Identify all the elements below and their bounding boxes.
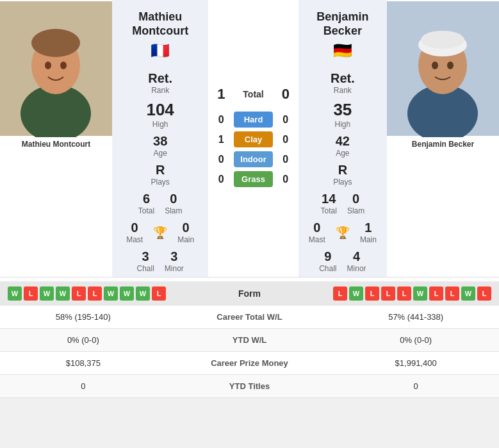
grass-button[interactable]: Grass [234, 171, 272, 187]
form-badge-left: W [136, 286, 150, 301]
surface-row-hard: 0 Hard 0 [208, 112, 298, 128]
clay-right-score: 0 [273, 134, 299, 145]
left-rank-label: Rank [151, 86, 169, 95]
form-badge-left: L [24, 286, 38, 301]
right-chall-label: Chall [319, 264, 336, 273]
stats-right-val: 0% (0-0) [332, 329, 499, 352]
form-badge-right: L [381, 286, 395, 301]
grass-right-score: 0 [273, 174, 299, 185]
left-trophy-icon-container: 🏆 [153, 220, 167, 244]
left-chall-label: Chall [136, 264, 154, 273]
svg-point-3 [31, 29, 80, 57]
right-minor-label: Minor [347, 264, 366, 273]
left-total-label: Total [138, 206, 154, 215]
left-player-header: Mathieu Montcourt 🇫🇷 [119, 4, 202, 66]
right-plays: R Plays [333, 163, 352, 187]
form-badge-left: W [56, 286, 70, 301]
right-minor: 4 Minor [347, 249, 366, 273]
form-badge-right: L [333, 286, 347, 301]
left-flag: 🇫🇷 [151, 42, 170, 60]
left-minor: 3 Minor [165, 249, 184, 273]
left-minor-label: Minor [165, 264, 184, 273]
left-player-photo-block: Mathieu Montcourt [0, 0, 112, 277]
right-trophy-icon-container: 🏆 [336, 220, 350, 244]
form-badge-left: W [8, 286, 22, 301]
right-form-badges: LWLLLWLLWL [275, 286, 492, 301]
right-age-value: 42 [336, 134, 350, 149]
stats-label: YTD Titles [167, 375, 333, 398]
stats-right-val: $1,991,400 [332, 352, 499, 375]
grass-left-score: 0 [208, 174, 234, 185]
total-label: Total [234, 89, 272, 99]
right-high-value: 35 [333, 100, 352, 120]
right-player-name: Benjamin Becker [305, 10, 380, 38]
surface-row-grass: 0 Grass 0 [208, 171, 298, 187]
indoor-button[interactable]: Indoor [234, 151, 272, 167]
total-right-score: 0 [273, 86, 299, 103]
stats-row: 58% (195-140) Career Total W/L 57% (441-… [0, 306, 499, 329]
stats-left-val: $108,375 [0, 352, 167, 375]
right-photo [387, 0, 499, 137]
left-mast-label: Mast [126, 235, 143, 244]
right-chall-minor: 9 Chall 4 Minor [319, 249, 366, 273]
right-main-label: Main [360, 235, 377, 244]
right-trophy-icon: 🏆 [336, 226, 350, 240]
left-high: 104 High [146, 100, 174, 129]
left-player-name: Mathieu Montcourt [119, 10, 202, 38]
right-high: 35 High [333, 100, 352, 129]
right-rank-value: Ret. [331, 71, 355, 86]
right-chall: 9 Chall [319, 249, 336, 273]
left-slam-label: Slam [165, 206, 182, 215]
right-plays-value: R [338, 163, 347, 178]
form-badge-right: L [445, 286, 459, 301]
svg-point-11 [432, 62, 438, 69]
indoor-left-score: 0 [208, 154, 234, 165]
right-age: 42 Age [336, 134, 350, 158]
right-chall-value: 9 [324, 249, 331, 264]
left-trophy-icon: 🏆 [153, 226, 167, 240]
stats-label: Career Prize Money [167, 352, 333, 375]
form-badge-right: L [397, 286, 411, 301]
hard-button[interactable]: Hard [234, 112, 272, 128]
hard-left-score: 0 [208, 114, 234, 126]
clay-button[interactable]: Clay [234, 131, 272, 147]
total-row: 1 Total 0 [208, 86, 298, 103]
left-mast-value: 0 [131, 220, 138, 235]
form-section: WLWWLLWWWL Form LWLLLWLLWL [0, 281, 499, 306]
form-badge-left: W [104, 286, 118, 301]
left-age-value: 38 [153, 134, 167, 149]
svg-point-10 [421, 31, 464, 49]
svg-point-4 [45, 62, 51, 69]
stats-label: Career Total W/L [167, 306, 333, 329]
stats-table: 58% (195-140) Career Total W/L 57% (441-… [0, 306, 499, 398]
right-mast: 0 Mast [309, 220, 325, 244]
right-total-label: Total [321, 206, 337, 215]
surface-row-indoor: 0 Indoor 0 [208, 151, 298, 167]
form-badge-left: L [88, 286, 102, 301]
left-photo [0, 0, 112, 137]
stats-label: YTD W/L [167, 329, 333, 352]
top-area: Mathieu Montcourt Mathieu Montcourt 🇫🇷 R… [0, 0, 499, 278]
clay-left-score: 1 [208, 134, 234, 145]
left-main: 0 Main [177, 220, 194, 244]
left-total: 6 Total [138, 192, 154, 215]
right-slam-label: Slam [347, 206, 364, 215]
right-minor-value: 4 [353, 249, 360, 264]
right-rank: Ret. Rank [331, 71, 355, 95]
stats-right-val: 57% (441-338) [332, 306, 499, 329]
stats-right-val: 0 [332, 375, 499, 398]
stats-row: 0% (0-0) YTD W/L 0% (0-0) [0, 329, 499, 352]
form-badge-left: L [152, 286, 166, 301]
svg-point-5 [60, 62, 67, 69]
center-scores: 1 Total 0 0 Hard 0 1 Clay 0 0 Indo [208, 0, 298, 277]
left-mast-main: 0 Mast 🏆 0 Main [126, 220, 194, 244]
indoor-right-score: 0 [273, 154, 299, 165]
right-main: 1 Main [360, 220, 377, 244]
stats-left-val: 0 [0, 375, 167, 398]
left-slam: 0 Slam [165, 192, 182, 215]
stats-row: $108,375 Career Prize Money $1,991,400 [0, 352, 499, 375]
form-badge-right: W [349, 286, 363, 301]
form-badge-right: L [477, 286, 491, 301]
form-badge-left: L [72, 286, 86, 301]
surface-rows: 0 Hard 0 1 Clay 0 0 Indoor 0 0 Grass [208, 108, 298, 191]
